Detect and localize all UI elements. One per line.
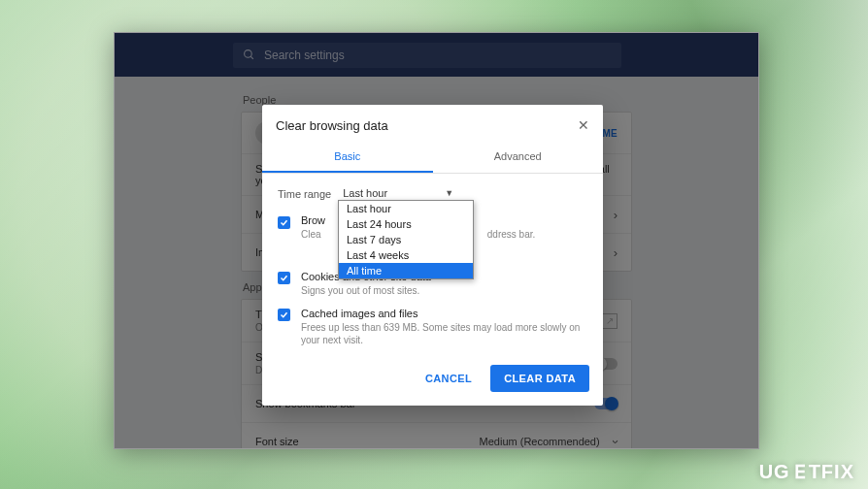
cache-sub: Frees up less than 639 MB. Some sites ma… bbox=[301, 321, 587, 347]
dialog-title: Clear browsing data bbox=[276, 118, 578, 133]
history-checkbox[interactable] bbox=[278, 216, 290, 229]
cancel-button[interactable]: CANCEL bbox=[416, 365, 482, 392]
tab-advanced[interactable]: Advanced bbox=[433, 143, 604, 173]
time-range-label: Time range bbox=[278, 188, 331, 200]
history-title-partial: Brow bbox=[301, 214, 325, 226]
time-option-last-4-weeks[interactable]: Last 4 weeks bbox=[339, 247, 473, 263]
dialog-actions: CANCEL CLEAR DATA bbox=[262, 347, 603, 406]
cache-title: Cached images and files bbox=[301, 308, 587, 319]
dialog-tabs: Basic Advanced bbox=[262, 143, 603, 174]
time-range-dropdown[interactable]: Last hour Last 24 hours Last 7 days Last… bbox=[338, 200, 474, 279]
cookies-checkbox[interactable] bbox=[278, 272, 290, 284]
cache-item[interactable]: Cached images and files Frees up less th… bbox=[278, 308, 587, 347]
dialog-header: Clear browsing data ✕ bbox=[262, 105, 603, 143]
cookies-sub: Signs you out of most sites. bbox=[301, 284, 431, 298]
chevron-down-icon: ▼ bbox=[445, 188, 453, 198]
time-option-all-time[interactable]: All time bbox=[339, 263, 473, 278]
time-option-last-24-hours[interactable]: Last 24 hours bbox=[339, 216, 473, 232]
time-option-last-7-days[interactable]: Last 7 days bbox=[339, 232, 473, 247]
cache-checkbox[interactable] bbox=[278, 309, 290, 321]
time-range-value: Last hour bbox=[343, 187, 387, 199]
tab-basic[interactable]: Basic bbox=[262, 143, 433, 173]
clear-browsing-data-dialog: Clear browsing data ✕ Basic Advanced Tim… bbox=[262, 105, 603, 406]
clear-data-button[interactable]: CLEAR DATA bbox=[490, 365, 589, 392]
close-icon[interactable]: ✕ bbox=[578, 117, 589, 133]
time-option-last-hour[interactable]: Last hour bbox=[339, 201, 473, 216]
watermark: UGƎTFIX bbox=[759, 461, 854, 483]
